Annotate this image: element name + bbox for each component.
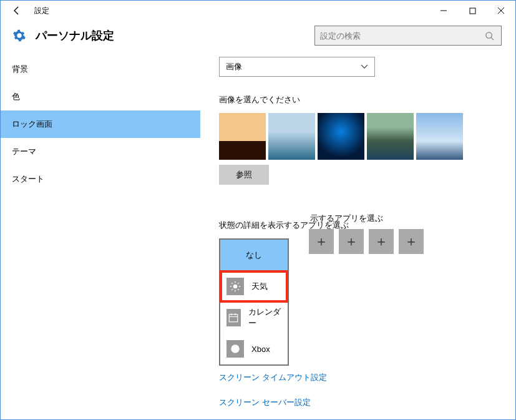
image-thumb[interactable] — [416, 113, 463, 160]
gear-icon — [12, 28, 27, 43]
app-select-dropdown: なし 天気 カレンダー Xbox — [219, 238, 289, 366]
svg-point-17 — [231, 344, 240, 353]
svg-line-9 — [231, 283, 233, 284]
close-button[interactable] — [487, 1, 515, 20]
background-dropdown[interactable]: 画像 — [219, 57, 375, 77]
option-label: なし — [246, 250, 262, 261]
add-app-button[interactable]: ＋ — [369, 229, 394, 254]
svg-line-12 — [238, 283, 239, 284]
image-thumb[interactable] — [367, 113, 414, 160]
calendar-icon — [226, 309, 241, 326]
background-dropdown-value: 画像 — [226, 61, 242, 72]
app-option-xbox[interactable]: Xbox — [220, 333, 288, 364]
sidebar-item-background[interactable]: 背景 — [1, 56, 200, 83]
browse-button[interactable]: 参照 — [219, 165, 269, 185]
image-thumb[interactable] — [318, 113, 364, 160]
svg-line-11 — [231, 289, 233, 290]
sidebar-item-colors[interactable]: 色 — [1, 83, 200, 110]
page-heading: パーソナル設定 — [27, 28, 114, 43]
quick-status-label: 示するアプリを選ぶ — [310, 213, 383, 224]
search-input[interactable] — [320, 31, 485, 41]
svg-point-2 — [486, 32, 492, 37]
svg-rect-1 — [470, 8, 475, 14]
sidebar-item-start[interactable]: スタート — [1, 165, 200, 193]
xbox-icon — [226, 340, 244, 358]
option-label: カレンダー — [248, 306, 281, 329]
chevron-down-icon — [361, 64, 368, 69]
image-thumb[interactable] — [268, 113, 315, 160]
sidebar: 背景 色 ロック画面 テーマ スタート — [1, 52, 200, 420]
app-option-calendar[interactable]: カレンダー — [220, 302, 288, 333]
option-label: 天気 — [251, 281, 268, 292]
add-app-button[interactable]: ＋ — [339, 229, 364, 254]
choose-image-label: 画像を選んでください — [219, 94, 512, 105]
maximize-button[interactable] — [458, 1, 487, 20]
back-button[interactable] — [6, 1, 28, 20]
app-option-none[interactable]: なし — [220, 240, 288, 271]
timeout-settings-link[interactable]: スクリーン タイムアウト設定 — [219, 372, 512, 383]
sidebar-item-lockscreen[interactable]: ロック画面 — [1, 110, 200, 138]
sidebar-item-themes[interactable]: テーマ — [1, 138, 200, 165]
weather-icon — [226, 278, 244, 295]
svg-line-10 — [238, 289, 239, 290]
svg-point-4 — [233, 285, 238, 289]
window-title: 設定 — [28, 6, 49, 16]
option-label: Xbox — [251, 344, 270, 354]
svg-rect-13 — [230, 315, 238, 322]
add-app-button[interactable]: ＋ — [399, 229, 424, 254]
svg-line-3 — [491, 37, 494, 40]
minimize-button[interactable] — [429, 1, 458, 20]
search-icon — [485, 31, 496, 41]
image-thumb[interactable] — [219, 113, 266, 160]
add-app-button[interactable]: ＋ — [309, 229, 334, 254]
screensaver-settings-link[interactable]: スクリーン セーバー設定 — [219, 397, 512, 408]
search-box[interactable] — [314, 26, 502, 46]
app-option-weather[interactable]: 天気 — [220, 271, 288, 302]
